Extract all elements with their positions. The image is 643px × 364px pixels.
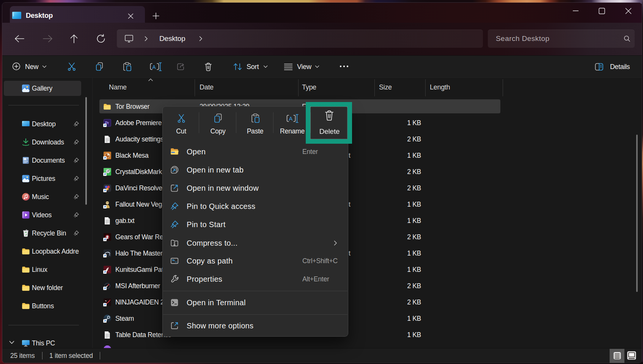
svg-text:A: A xyxy=(289,116,292,122)
svg-text:A: A xyxy=(152,64,156,70)
